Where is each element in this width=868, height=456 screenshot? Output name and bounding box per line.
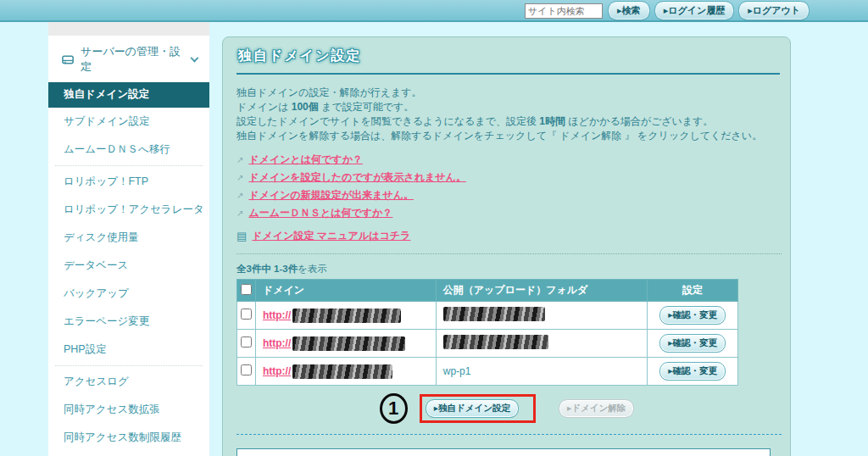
search-button[interactable]: ▸検索 (609, 2, 649, 19)
redacted-domain (292, 336, 405, 351)
table-row: http:// wp-p1 ▸確認・変更 (237, 358, 738, 386)
dotted-divider (236, 253, 782, 254)
table-row: http:// ▸確認・変更 (237, 302, 738, 330)
server-icon (62, 54, 74, 65)
promo-banner[interactable]: 欲しいドメインがすぐ見つかる。ムームードメイン (236, 448, 771, 456)
site-search-input[interactable] (525, 3, 603, 19)
jump-arrow-icon: ↗ (236, 170, 243, 186)
desc-line: 設定したドメインでサイトを閲覧できるようになるまで、設定後 (236, 115, 539, 127)
description: 独自ドメインの設定・解除が行えます。 ドメインは 100個 まで設定可能です。 … (236, 86, 776, 143)
sidebar-top-strip (48, 22, 209, 36)
sidebar-item-php-settings[interactable]: PHP設定 (48, 336, 209, 364)
desc-bold-duration: 1時間 (539, 115, 565, 127)
confirm-change-button[interactable]: ▸確認・変更 (660, 335, 725, 352)
faq-link-what-is-muumuu-dns[interactable]: ムームーＤＮＳとは何ですか？ (248, 204, 392, 221)
chevron-down-icon (191, 54, 199, 63)
row-checkbox[interactable] (241, 336, 252, 348)
main-panel: 独自ドメイン設定 独自ドメインの設定・解除が行えます。 ドメインは 100個 ま… (222, 36, 791, 456)
domain-table: ドメイン 公開（アップロード）フォルダ 設定 http:// ▸確認・変更 ht… (236, 279, 738, 386)
sidebar-item-subdomain[interactable]: サブドメイン設定 (48, 108, 209, 136)
sidebar-item-concurrent-expansion[interactable]: 同時アクセス数拡張 (48, 396, 209, 424)
folder-name: wp-p1 (443, 365, 471, 377)
annotation-highlight-box: ▸独自ドメイン設定 (420, 394, 536, 423)
confirm-change-button[interactable]: ▸確認・変更 (660, 307, 725, 324)
domain-link[interactable]: http:// (263, 309, 291, 321)
sidebar-item-concurrent-history[interactable]: 同時アクセス数制限履歴 (48, 424, 209, 452)
domain-link[interactable]: http:// (263, 337, 291, 349)
faq-link-cannot-set-domain[interactable]: ドメインの新規設定が出来ません。 (248, 186, 414, 203)
desc-line: 独自ドメインを解除する場合は、解除するドメインをチェックして『 ドメイン解除 』… (236, 130, 762, 142)
row-checkbox[interactable] (241, 309, 252, 320)
sidebar-divider (55, 365, 203, 366)
redacted-domain (292, 364, 392, 379)
logout-button[interactable]: ▸ログアウト (739, 2, 809, 19)
manual-book-icon: ▤ (236, 230, 247, 242)
sidebar-section-header[interactable]: サーバーの管理・設定 (48, 36, 209, 82)
confirm-change-button[interactable]: ▸確認・変更 (660, 363, 725, 380)
sidebar-item-accelerator[interactable]: ロリポップ！アクセラレータ (48, 196, 209, 224)
result-count: 全3件中 1-3件を表示 (236, 263, 776, 275)
jump-arrow-icon: ↗ (236, 152, 243, 169)
col-header-folder: 公開（アップロード）フォルダ (436, 280, 647, 302)
manual-link[interactable]: ドメイン設定 マニュアルはコチラ (252, 229, 410, 243)
redacted-folder (443, 307, 545, 321)
sidebar-item-access-log[interactable]: アクセスログ (48, 368, 209, 396)
action-buttons-row: 1 ▸独自ドメイン設定 ▸ドメイン解除 (236, 393, 776, 424)
faq-link-what-is-domain[interactable]: ドメインとは何ですか？ (248, 151, 363, 168)
title-underline (236, 73, 780, 75)
desc-line: ドメインは (236, 101, 292, 113)
faq-link-domain-not-shown[interactable]: ドメインを設定したのですが表示されません。 (248, 169, 466, 186)
faq-links: ↗ドメインとは何ですか？ ↗ドメインを設定したのですが表示されません。 ↗ドメイ… (236, 151, 776, 222)
page-title: 独自ドメイン設定 (236, 45, 776, 73)
topbar: ▸検索 ▸ログイン履歴 ▸ログアウト (0, 0, 868, 22)
sidebar-nav: 独自ドメイン設定 サブドメイン設定 ムームーＤＮＳへ移行 ロリポップ！FTP ロ… (48, 82, 209, 456)
redacted-domain (292, 309, 401, 323)
jump-arrow-icon: ↗ (236, 205, 243, 222)
sidebar-item-error-page[interactable]: エラーページ変更 (48, 308, 209, 336)
row-checkbox[interactable] (241, 364, 252, 375)
desc-bold-limit: 100個 (292, 101, 319, 113)
sidebar: サーバーの管理・設定 独自ドメイン設定 サブドメイン設定 ムームーＤＮＳへ移行 … (48, 22, 209, 456)
select-all-checkbox[interactable] (241, 284, 252, 295)
sidebar-item-database[interactable]: データベース (48, 252, 209, 280)
dashed-divider (236, 434, 782, 435)
login-history-button[interactable]: ▸ログイン履歴 (655, 2, 734, 19)
redacted-folder (443, 335, 548, 349)
sidebar-section-label: サーバーの管理・設定 (81, 44, 185, 75)
add-domain-button[interactable]: ▸独自ドメイン設定 (426, 400, 518, 417)
sidebar-item-muumuu-dns[interactable]: ムームーＤＮＳへ移行 (48, 136, 209, 164)
sidebar-item-backup[interactable]: バックアップ (48, 280, 209, 308)
sidebar-item-ssh[interactable]: SSH (48, 452, 209, 456)
sidebar-divider (55, 165, 203, 166)
sidebar-item-ftp[interactable]: ロリポップ！FTP (48, 168, 209, 196)
domain-link[interactable]: http:// (263, 365, 291, 377)
table-header-row: ドメイン 公開（アップロード）フォルダ 設定 (237, 280, 738, 302)
col-header-settings: 設定 (648, 280, 738, 302)
jump-arrow-icon: ↗ (236, 187, 243, 204)
col-header-domain: ドメイン (255, 280, 436, 302)
table-row: http:// ▸確認・変更 (237, 330, 738, 358)
annotation-step-circle: 1 (380, 393, 408, 424)
remove-domain-button: ▸ドメイン解除 (559, 400, 633, 417)
sidebar-item-disk-usage[interactable]: ディスク使用量 (48, 224, 209, 252)
sidebar-item-custom-domain[interactable]: 独自ドメイン設定 (48, 82, 209, 108)
desc-line: 独自ドメインの設定・解除が行えます。 (236, 86, 422, 98)
